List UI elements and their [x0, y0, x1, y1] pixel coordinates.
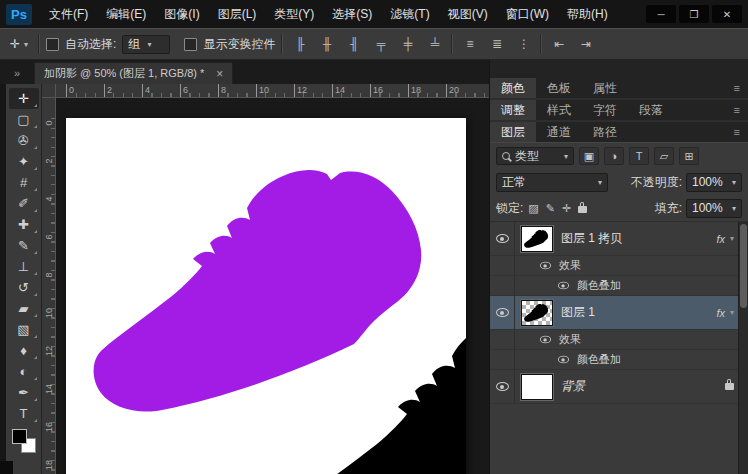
- color-overlay-row[interactable]: 颜色叠加: [490, 350, 748, 370]
- menu-view[interactable]: 视图(V): [439, 0, 497, 28]
- tab-swatches[interactable]: 色板: [536, 78, 582, 98]
- layer-thumbnail[interactable]: [521, 374, 553, 400]
- brush-tool-button[interactable]: ✎: [9, 235, 39, 256]
- align-vertical-centers-button[interactable]: ╪: [397, 34, 418, 54]
- effects-label[interactable]: 效果: [559, 258, 581, 273]
- close-button[interactable]: ✕: [712, 5, 742, 23]
- fx-badge[interactable]: fx: [716, 233, 725, 245]
- eye-icon[interactable]: [558, 282, 569, 290]
- fill-value-dropdown[interactable]: 100% ▾: [686, 199, 742, 218]
- effects-label[interactable]: 效果: [559, 332, 581, 347]
- eye-icon[interactable]: [540, 262, 551, 270]
- fx-badge[interactable]: fx: [716, 307, 725, 319]
- filter-type-layers-button[interactable]: T: [629, 147, 649, 165]
- clone-stamp-tool-button[interactable]: ⊥: [9, 256, 39, 277]
- auto-select-dropdown[interactable]: 组 ▾: [122, 35, 170, 54]
- tab-channels[interactable]: 通道: [536, 122, 582, 142]
- effects-row[interactable]: 效果: [490, 256, 748, 276]
- visibility-cell[interactable]: [490, 296, 515, 329]
- filter-smart-object-button[interactable]: ⊞: [679, 147, 699, 165]
- foreground-color-swatch[interactable]: [12, 429, 27, 444]
- align-left-edges-button[interactable]: ╟: [289, 34, 310, 54]
- menu-edit[interactable]: 编辑(E): [97, 0, 155, 28]
- layer-name[interactable]: 图层 1: [561, 304, 716, 321]
- distribute-vertical-centers-button[interactable]: ≣: [486, 34, 507, 54]
- layer-name[interactable]: 背景: [561, 378, 725, 395]
- eyedropper-tool-button[interactable]: ✐: [9, 193, 39, 214]
- canvas-viewport[interactable]: [56, 98, 489, 474]
- panel-menu-icon[interactable]: ≡: [734, 78, 748, 98]
- document-canvas[interactable]: [66, 118, 466, 474]
- align-horizontal-centers-button[interactable]: ╫: [316, 34, 337, 54]
- eye-icon[interactable]: [496, 234, 509, 243]
- layer-row-layer1[interactable]: 图层 1 fx ▾: [490, 296, 748, 330]
- eraser-tool-button[interactable]: ▰: [9, 298, 39, 319]
- filter-shape-layers-button[interactable]: ▱: [654, 147, 674, 165]
- move-tool-button[interactable]: ✛: [9, 88, 39, 109]
- tab-properties[interactable]: 属性: [582, 78, 628, 98]
- lock-position-icon[interactable]: ✛: [562, 202, 571, 215]
- layer-name[interactable]: 图层 1 拷贝: [561, 230, 716, 247]
- panel-menu-icon[interactable]: ≡: [734, 122, 748, 142]
- scrollbar-thumb[interactable]: [740, 224, 747, 308]
- layers-scrollbar[interactable]: [738, 222, 748, 474]
- menu-file[interactable]: 文件(F): [40, 0, 97, 28]
- menu-layer[interactable]: 图层(L): [209, 0, 266, 28]
- crop-tool-button[interactable]: #: [9, 172, 39, 193]
- lock-all-icon[interactable]: [578, 206, 587, 213]
- align-right-edges-button[interactable]: ╢: [343, 34, 364, 54]
- menu-image[interactable]: 图像(I): [155, 0, 208, 28]
- tab-layers[interactable]: 图层: [490, 122, 536, 142]
- layer-filter-type-dropdown[interactable]: 类型 ▾: [496, 147, 574, 165]
- tab-styles[interactable]: 样式: [536, 100, 582, 120]
- lock-paint-icon[interactable]: ✎: [546, 202, 555, 215]
- collapse-chevron-icon[interactable]: »: [0, 62, 34, 84]
- lock-transparency-icon[interactable]: ▨: [528, 202, 538, 215]
- pen-tool-button[interactable]: ✒: [9, 382, 39, 403]
- panel-menu-icon[interactable]: ≡: [734, 100, 748, 120]
- maximize-button[interactable]: ❐: [679, 5, 709, 23]
- color-overlay-row[interactable]: 颜色叠加: [490, 276, 748, 296]
- document-tab[interactable]: 加阴影 @ 50% (图层 1, RGB/8) * ×: [34, 62, 233, 84]
- filter-pixel-layers-button[interactable]: ▣: [579, 147, 599, 165]
- type-tool-button[interactable]: T: [9, 403, 39, 424]
- visibility-cell[interactable]: [490, 370, 515, 403]
- history-brush-tool-button[interactable]: ↺: [9, 277, 39, 298]
- tab-color[interactable]: 颜色: [490, 78, 536, 98]
- tab-character[interactable]: 字符: [582, 100, 628, 120]
- menu-select[interactable]: 选择(S): [323, 0, 381, 28]
- menu-help[interactable]: 帮助(H): [558, 0, 617, 28]
- menu-filter[interactable]: 滤镜(T): [381, 0, 438, 28]
- auto-select-checkbox[interactable]: [46, 38, 59, 51]
- healing-brush-tool-button[interactable]: ✚: [9, 214, 39, 235]
- blur-tool-button[interactable]: ♦: [9, 340, 39, 361]
- eye-icon[interactable]: [496, 308, 509, 317]
- quick-selection-tool-button[interactable]: ✦: [9, 151, 39, 172]
- eye-icon[interactable]: [540, 336, 551, 344]
- lasso-tool-button[interactable]: ✇: [9, 130, 39, 151]
- opacity-value-dropdown[interactable]: 100% ▾: [686, 173, 742, 192]
- effects-row[interactable]: 效果: [490, 330, 748, 350]
- tab-paths[interactable]: 路径: [582, 122, 628, 142]
- show-transform-checkbox[interactable]: [184, 38, 197, 51]
- distribute-bottom-edges-button[interactable]: ⋮: [513, 34, 534, 54]
- color-overlay-label[interactable]: 颜色叠加: [577, 352, 621, 367]
- visibility-cell[interactable]: [490, 222, 515, 255]
- layer-thumbnail[interactable]: [521, 226, 553, 252]
- filter-adjustment-layers-button[interactable]: ◑: [604, 147, 624, 165]
- tab-paragraph[interactable]: 段落: [628, 100, 674, 120]
- menu-window[interactable]: 窗口(W): [497, 0, 558, 28]
- eye-icon[interactable]: [496, 382, 509, 391]
- distribute-top-edges-button[interactable]: ≡: [459, 34, 480, 54]
- tab-adjustments[interactable]: 调整: [490, 100, 536, 120]
- color-swatches[interactable]: [12, 429, 36, 453]
- fx-collapse-icon[interactable]: ▾: [730, 234, 734, 243]
- tab-close-icon[interactable]: ×: [216, 67, 223, 81]
- align-bottom-edges-button[interactable]: ╧: [424, 34, 445, 54]
- layer-thumbnail[interactable]: [521, 300, 553, 326]
- layer-row-background[interactable]: 背景: [490, 370, 748, 404]
- align-top-edges-button[interactable]: ╤: [370, 34, 391, 54]
- distribute-left-edges-button[interactable]: ⇤: [548, 34, 569, 54]
- dodge-tool-button[interactable]: ◐: [9, 361, 39, 382]
- eye-icon[interactable]: [558, 356, 569, 364]
